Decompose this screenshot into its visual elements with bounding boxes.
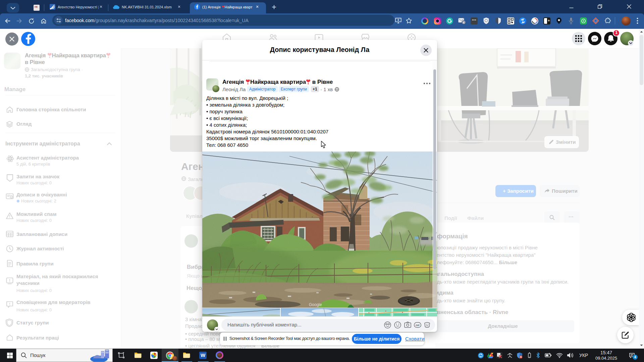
- svg-text:Google: Google: [309, 302, 322, 307]
- svg-text:GIF: GIF: [416, 324, 420, 327]
